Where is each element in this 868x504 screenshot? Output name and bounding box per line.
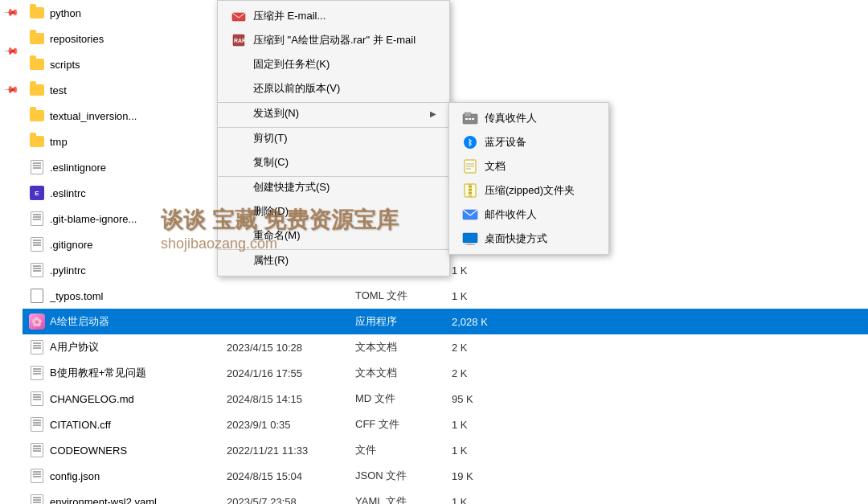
- file-row[interactable]: _typos.toml TOML 文件 1 K: [23, 283, 868, 309]
- menu-label: 重命名(M): [253, 228, 301, 243]
- file-name: tmp: [50, 136, 227, 148]
- sendto-submenu: 传真收件人 ᛒ 蓝牙设备 文档: [448, 102, 609, 255]
- file-row-selected[interactable]: 🌸 A绘世启动器 应用程序 2,028 K: [23, 309, 868, 334]
- doc-icon: [29, 442, 45, 458]
- doc-icon: [29, 159, 45, 175]
- file-size: 19 K: [452, 470, 862, 482]
- svg-rect-6: [469, 118, 471, 120]
- file-type: 文件: [355, 443, 452, 457]
- file-row[interactable]: CHANGELOG.md 2024/8/15 14:15 MD 文件 95 K: [23, 386, 868, 412]
- file-date: 2024/1/16 17:55: [227, 367, 355, 379]
- file-type: YAML 文件: [355, 494, 452, 504]
- context-menu: 压缩并 E-mail... RAR 压缩到 "A绘世启动器.rar" 并 E-m…: [217, 0, 450, 277]
- menu-item-rename[interactable]: 重命名(M): [218, 223, 449, 248]
- doc-icon: [29, 236, 45, 252]
- svg-rect-14: [469, 186, 472, 187]
- menu-item-properties[interactable]: 属性(R): [218, 249, 449, 272]
- file-date: 2024/8/15 15:04: [227, 470, 355, 482]
- svg-rect-16: [469, 192, 472, 194]
- doc-icon: [29, 365, 45, 381]
- compress-rar-icon: RAR: [231, 34, 247, 47]
- file-type: CFF 文件: [355, 417, 452, 432]
- file-date: 2022/11/21 11:33: [227, 445, 355, 457]
- file-size: 1 K: [452, 290, 862, 302]
- menu-item-pin-taskbar[interactable]: 固定到任务栏(K): [218, 52, 449, 76]
- submenu-label: 传真收件人: [485, 111, 537, 125]
- submenu-arrow-icon: ▶: [430, 109, 436, 118]
- submenu-item-fax[interactable]: 传真收件人: [449, 106, 608, 130]
- file-name: python: [50, 7, 227, 19]
- submenu-label: 压缩(zipped)文件夹: [485, 183, 575, 198]
- folder-icon: [29, 108, 45, 124]
- menu-label: 剪切(T): [253, 131, 288, 145]
- file-name: .eslintrc: [50, 187, 227, 199]
- file-name: .pylintrc: [50, 264, 227, 277]
- file-row[interactable]: B使用教程+常见问题 2024/1/16 17:55 文本文档 2 K: [23, 360, 868, 386]
- file-name: B使用教程+常见问题: [50, 366, 227, 380]
- submenu-label: 蓝牙设备: [485, 135, 526, 150]
- doc-icon: [29, 416, 45, 432]
- file-size: 2,028 K: [452, 316, 862, 328]
- file-type: 文本文档: [355, 340, 452, 354]
- file-name: environment-wsl2.yaml: [50, 496, 227, 505]
- svg-text:RAR: RAR: [234, 38, 246, 43]
- svg-rect-4: [465, 113, 471, 117]
- toml-icon: [29, 288, 45, 304]
- svg-rect-18: [463, 233, 477, 243]
- submenu-item-desktop[interactable]: 桌面快捷方式: [449, 227, 608, 251]
- menu-item-cut[interactable]: 剪切(T): [218, 127, 449, 150]
- menu-item-compress-rar-email[interactable]: RAR 压缩到 "A绘世启动器.rar" 并 E-mail: [218, 28, 449, 52]
- menu-label: 复制(C): [253, 155, 289, 170]
- submenu-item-mail[interactable]: 邮件收件人: [449, 203, 608, 227]
- menu-label: 压缩并 E-mail...: [253, 9, 326, 23]
- file-type: JSON 文件: [355, 469, 452, 483]
- file-name: .eslintignore: [50, 162, 227, 174]
- menu-label: 创建快捷方式(S): [253, 180, 330, 195]
- file-date: 2023/9/1 0:35: [227, 419, 355, 431]
- menu-label: 删除(D): [253, 204, 289, 219]
- file-row[interactable]: CODEOWNERS 2022/11/21 11:33 文件 1 K: [23, 437, 868, 463]
- pin-icon-2: 📌: [3, 43, 20, 59]
- file-row[interactable]: CITATION.cff 2023/9/1 0:35 CFF 文件 1 K: [23, 412, 868, 437]
- file-date: 2024/8/15 14:15: [227, 393, 355, 405]
- doc-icon: [29, 339, 45, 355]
- menu-label: 压缩到 "A绘世启动器.rar" 并 E-mail: [253, 33, 416, 47]
- folder-icon: [29, 56, 45, 72]
- file-type: MD 文件: [355, 391, 452, 406]
- pin-column: 📌 📌 📌: [0, 0, 23, 504]
- menu-label: 发送到(N): [253, 106, 299, 121]
- file-name: CODEOWNERS: [50, 445, 227, 457]
- doc-icon: [29, 468, 45, 484]
- menu-item-compress-email[interactable]: 压缩并 E-mail...: [218, 4, 449, 28]
- submenu-item-zip[interactable]: 压缩(zipped)文件夹: [449, 178, 608, 203]
- doc-icon: [29, 211, 45, 227]
- menu-label: 还原以前的版本(V): [253, 81, 340, 96]
- folder-icon: [29, 82, 45, 98]
- submenu-item-bluetooth[interactable]: ᛒ 蓝牙设备: [449, 130, 608, 154]
- file-type: TOML 文件: [355, 289, 452, 303]
- folder-icon: [29, 31, 45, 47]
- file-name: .gitignore: [50, 239, 227, 251]
- pin-icon-3: 📌: [3, 81, 20, 98]
- menu-item-copy[interactable]: 复制(C): [218, 150, 449, 174]
- doc-icon: [29, 391, 45, 407]
- submenu-item-documents[interactable]: 文档: [449, 154, 608, 178]
- submenu-label: 文档: [485, 159, 506, 174]
- menu-item-delete[interactable]: 删除(D): [218, 199, 449, 223]
- pin-icon-1: 📌: [3, 4, 20, 21]
- file-name: _typos.toml: [50, 290, 227, 302]
- file-row[interactable]: environment-wsl2.yaml 2023/5/7 23:58 YAM…: [23, 489, 868, 504]
- file-row[interactable]: A用户协议 2023/4/15 10:28 文本文档 2 K: [23, 334, 868, 360]
- file-name: .git-blame-ignore...: [50, 213, 227, 225]
- file-size: 2 K: [452, 367, 862, 379]
- file-row[interactable]: config.json 2024/8/15 15:04 JSON 文件 19 K: [23, 463, 868, 489]
- menu-item-restore-version[interactable]: 还原以前的版本(V): [218, 76, 449, 100]
- svg-rect-15: [469, 189, 472, 191]
- folder-icon: [29, 133, 45, 150]
- doc-icon: [29, 494, 45, 504]
- menu-item-sendto[interactable]: 发送到(N) ▶: [218, 102, 449, 125]
- menu-label: 属性(R): [253, 253, 289, 268]
- file-date: 2023/5/7 23:58: [227, 496, 355, 505]
- menu-item-create-shortcut[interactable]: 创建快捷方式(S): [218, 176, 449, 199]
- mail-icon: [462, 209, 478, 220]
